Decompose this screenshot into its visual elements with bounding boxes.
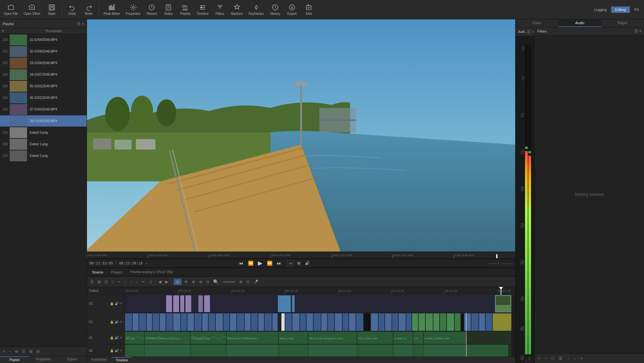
timeline-remove-track-btn[interactable]: − — [123, 279, 128, 285]
a2-eye-icon[interactable]: 👁 — [119, 349, 123, 352]
playlist-item[interactable]: 10738-GX042549.MP4 — [0, 115, 87, 127]
playlist-list[interactable]: 10031-GX042548.MP410132-GX052548.MP41023… — [0, 34, 87, 347]
timeline-button[interactable]: Timeline — [194, 3, 211, 17]
a1-lock-icon[interactable]: 🔒 — [110, 336, 114, 339]
step-back-btn[interactable]: ⏪ — [247, 260, 255, 266]
tab-color[interactable]: Color — [516, 19, 558, 27]
tab-keyframes[interactable]: Keyframes — [87, 357, 111, 363]
timeline-add-track-btn[interactable]: + — [117, 279, 121, 285]
step-forward-btn[interactable]: ⏩ — [266, 260, 274, 266]
open-other-button[interactable]: Open Other — [21, 3, 43, 17]
tab-timeline[interactable]: Timeline — [111, 357, 132, 363]
filter-clear-btn[interactable]: × — [579, 355, 584, 362]
audio-menu-icon[interactable]: ☰ — [527, 30, 531, 34]
timeline-snap-btn[interactable]: ⊞ — [96, 279, 102, 285]
preview-timeline-ruler[interactable]: 00:00:00 00:03:00 00:06:00 00:09:00 00:1… — [87, 252, 515, 259]
playlist-add-btn[interactable]: + — [1, 348, 6, 355]
redo-button[interactable]: Redo — [81, 3, 97, 17]
filter-remove-btn[interactable]: − — [543, 355, 549, 362]
filter-add-btn[interactable]: + — [536, 355, 542, 362]
volume-btn[interactable]: 🔊 — [304, 260, 311, 266]
keyframes-button[interactable]: Keyframes — [246, 3, 267, 17]
filter-paste-btn[interactable]: ☰ — [557, 355, 564, 362]
timeline-zoom-out-btn[interactable]: 🔍 — [212, 278, 220, 285]
grid-btn[interactable]: ⊞ — [296, 260, 302, 266]
filters-menu-icon[interactable]: ☰ — [634, 29, 638, 33]
playlist-item[interactable]: 10435-GX012549.MP4 — [0, 81, 87, 92]
playlist-item[interactable]: 108Extent 0.png — [0, 127, 87, 139]
timeline-overwrite-btn[interactable]: ↓ — [135, 279, 139, 285]
track-v1-content[interactable] — [125, 313, 511, 331]
timeline-record-btn[interactable]: 🎤 — [252, 279, 260, 285]
playlist-item[interactable]: 110Extent 2.png — [0, 150, 87, 162]
timeline-markers-btn[interactable]: □ — [110, 279, 115, 285]
playlist-view-grid-btn[interactable]: ⊞ — [28, 348, 34, 355]
audio-close-icon[interactable]: × — [532, 30, 534, 34]
clip-mode-btn[interactable]: ▭ — [287, 260, 294, 266]
source-tab[interactable]: Source — [90, 270, 106, 275]
v2-audio-icon[interactable]: 🔊 — [115, 302, 118, 305]
tab-properties[interactable]: Properties — [29, 356, 58, 363]
timecode-dropdown-icon[interactable]: ▾ — [146, 262, 147, 265]
undo-button[interactable]: Undo — [64, 3, 80, 17]
playlist-item[interactable]: 10233-GX062548.MP4 — [0, 57, 87, 69]
play-pause-btn[interactable]: ▶ — [257, 259, 264, 267]
filter-copy-btn[interactable]: □ — [550, 355, 556, 362]
playlist-view-details-btn[interactable]: ☰ — [21, 348, 27, 355]
playlist-item[interactable]: 10637-GX032549.MP4 — [0, 104, 87, 115]
a2-audio-icon[interactable]: 🔊 — [115, 349, 118, 352]
timeline-lift-btn[interactable]: ↑ — [129, 279, 133, 285]
notes-button[interactable]: Notes — [160, 3, 176, 17]
timeline-zoom-slider[interactable] — [223, 281, 235, 282]
timeline-ripple-btn[interactable]: ⊡ — [103, 279, 109, 285]
timeline-next-btn[interactable]: ▶ — [164, 279, 169, 285]
timeline-ripple2-btn[interactable]: ⊛ — [198, 279, 204, 285]
v1-eye-icon[interactable]: 👁 — [119, 320, 123, 324]
tracks-content[interactable]: 00:00:00 00:03:05 00:06:10 00:09:15 00:1… — [125, 287, 515, 357]
timeline-fit-btn[interactable]: ⊡ — [245, 279, 251, 285]
tab-playlist[interactable]: Playlist — [0, 356, 29, 363]
timeline-split-btn[interactable]: ✂ — [140, 279, 146, 285]
v1-audio-icon[interactable]: 🔊 — [115, 320, 118, 324]
filter-down-btn[interactable]: ↓ — [572, 355, 578, 362]
playlist-append-btn[interactable]: ⊕ — [14, 348, 19, 355]
properties-button[interactable]: Properties — [123, 3, 143, 17]
tab-audio[interactable]: Audio — [558, 19, 601, 27]
v2-lock-icon[interactable]: 🔒 — [110, 302, 114, 305]
tab-player[interactable]: Player — [601, 19, 644, 27]
project-tab[interactable]: Project — [109, 270, 125, 275]
playlist-item[interactable]: 10536-GX022549.MP4 — [0, 92, 87, 104]
playlist-menu-icon[interactable]: ☰ — [77, 22, 80, 26]
track-v2-content[interactable] — [125, 295, 511, 313]
filter-up-btn[interactable]: ↑ — [565, 355, 571, 362]
playlist-close-icon[interactable]: × — [82, 22, 84, 26]
filters-close-icon[interactable]: × — [639, 29, 641, 33]
timeline-loop-btn[interactable]: ⊕ — [191, 279, 196, 285]
playlist-item[interactable]: 109Extent 1.png — [0, 139, 87, 150]
history-button[interactable]: History — [267, 3, 283, 17]
a1-audio-icon[interactable]: 🔊 — [115, 336, 118, 339]
playlist-item[interactable]: 10031-GX042548.MP4 — [0, 34, 87, 46]
playlist-item[interactable]: 10334-GX072548.MP4 — [0, 69, 87, 81]
tab-export[interactable]: Export — [58, 356, 87, 363]
timeline-menu-btn[interactable]: ☰ — [89, 279, 95, 285]
tab-editing[interactable]: Editing — [611, 6, 630, 13]
track-a1-content[interactable]: Hom_Ta GRIDKIDS_Samson_s_Buzzcut_in The_… — [125, 331, 511, 344]
skip-to-start-btn[interactable]: ⏮ — [238, 260, 245, 266]
save-button[interactable]: Save — [44, 3, 60, 17]
v1-lock-icon[interactable]: 🔒 — [110, 320, 114, 324]
recent-button[interactable]: Recent — [144, 3, 160, 17]
playlist-button[interactable]: Playlist — [177, 3, 193, 17]
playlist-remove-btn[interactable]: − — [7, 348, 12, 355]
a2-lock-icon[interactable]: 🔒 — [110, 349, 114, 352]
timeline-trim-btn[interactable]: ◁ — [147, 279, 153, 285]
tab-fx[interactable]: FX — [630, 6, 643, 13]
timeline-prev-btn[interactable]: ◀ — [157, 279, 163, 285]
open-file-button[interactable]: Open File — [1, 3, 20, 17]
timeline-zoom-in-btn[interactable]: ⊕ — [238, 279, 244, 285]
markers-button[interactable]: Markers — [229, 3, 245, 17]
export-button[interactable]: Export — [284, 3, 300, 17]
a1-eye-icon[interactable]: 👁 — [119, 336, 123, 339]
filters-button[interactable]: Filters — [212, 3, 228, 17]
peak-meter-button[interactable]: Peak Meter — [101, 3, 123, 17]
